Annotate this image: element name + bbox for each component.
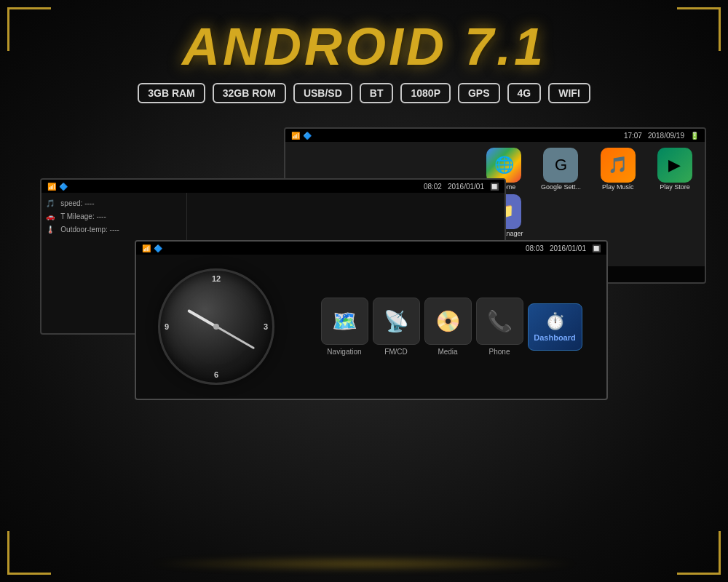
app-google-settings[interactable]: GGoogle Sett...: [534, 148, 587, 191]
navigation-label: Navigation: [327, 348, 361, 356]
clock-12: 12: [212, 274, 221, 283]
wifi-icon-3: 📶: [142, 244, 151, 252]
spec-badge-wifi: WIFI: [548, 83, 590, 103]
spec-badge-3gb-ram: 3GB RAM: [138, 83, 205, 103]
bt-icon-3: 🔷: [154, 244, 162, 252]
wifi-icon-2: 📶: [47, 183, 56, 191]
screen3-time: 08:03: [526, 244, 544, 252]
temp-label: Outdoor-temp:: [60, 226, 107, 234]
screen2-statusbar: 📶 🔷 08:02 2016/01/01 🔲: [41, 180, 505, 193]
fmcd-icon: 📡: [373, 298, 420, 345]
clock-center: [213, 324, 219, 330]
spec-badge-usb-sd: USB/SD: [293, 83, 352, 103]
app-icon-play-store: ▶: [657, 148, 692, 183]
analog-clock: 12 3 6 9: [158, 268, 274, 385]
corner-decoration-tl: [7, 7, 51, 51]
app-play-music[interactable]: 🎵Play Music: [591, 148, 645, 191]
speed-label: speed:: [60, 199, 82, 207]
hour-hand: [187, 309, 217, 328]
clock-3: 3: [264, 322, 268, 331]
wifi-icon: 📶: [291, 132, 300, 140]
glow-decoration: [146, 557, 582, 571]
app-label-play-music: Play Music: [602, 184, 634, 191]
nav-item-media[interactable]: 📀 Media: [424, 298, 472, 356]
screen-3: 📶 🔷 08:03 2016/01/01 🔲 12 3 6 9: [135, 240, 608, 400]
screen2-time: 08:02: [424, 183, 442, 191]
app-icon-google-settings: G: [543, 148, 578, 183]
temp-val: ----: [110, 226, 119, 234]
dashboard-button[interactable]: ⏱️ Dashboard: [528, 303, 582, 351]
clock-6: 6: [214, 370, 218, 379]
screen1-status-icons: 📶 🔷: [291, 132, 312, 140]
screen1-date: 2018/09/19: [648, 132, 684, 140]
bluetooth-icon: 🔷: [303, 132, 312, 140]
media-icon: 📀: [424, 298, 472, 345]
nav-item-navigation[interactable]: 🗺️ Navigation: [321, 298, 368, 356]
corner-decoration-tr: [677, 7, 721, 51]
spec-badge-bt: BT: [360, 83, 394, 103]
media-label: Media: [438, 348, 457, 356]
dashboard-label: Dashboard: [534, 333, 575, 342]
bt-icon-2: 🔷: [59, 183, 68, 191]
nav-item-dashboard[interactable]: ⏱️ Dashboard: [528, 303, 582, 351]
screen3-statusbar: 📶 🔷 08:03 2016/01/01 🔲: [136, 242, 606, 255]
minute-hand: [215, 326, 254, 350]
nav-item-phone[interactable]: 📞 Phone: [476, 298, 523, 356]
navigation-icon: 🗺️: [321, 298, 368, 345]
vehicle-info-block: 🎵 speed: ---- 🚗 T Mileage: ---- 🌡️ Outdo…: [46, 197, 182, 236]
mileage-row: 🚗 T Mileage: ----: [46, 210, 182, 223]
screen2-status-icons: 📶 🔷: [47, 183, 68, 191]
spec-badge-gps: GPS: [458, 83, 500, 103]
clock-9: 9: [165, 322, 169, 331]
spec-badge-32gb-rom: 32GB ROM: [213, 83, 286, 103]
app-icon-chrome: 🌐: [486, 148, 521, 183]
screen3-status-icons: 📶 🔷: [142, 244, 162, 252]
clock-section: 12 3 6 9: [136, 255, 296, 399]
screen3-date: 2016/01/01: [550, 244, 586, 252]
specs-row: 3GB RAM32GB ROMUSB/SDBT1080PGPS4GWIFI: [0, 83, 728, 103]
phone-icon: 📞: [476, 298, 523, 345]
speed-val: ----: [84, 199, 94, 207]
app-play-store[interactable]: ▶Play Store: [648, 148, 702, 191]
screen1-time: 17:07: [624, 132, 642, 140]
dashboard-icon: ⏱️: [545, 312, 565, 331]
temp-row: 🌡️ Outdoor-temp: ----: [46, 223, 182, 236]
app-label-play-store: Play Store: [660, 184, 690, 191]
spec-badge-4g: 4G: [507, 83, 542, 103]
title-section: ANDROID 7.1 3GB RAM32GB ROMUSB/SDBT1080P…: [0, 0, 728, 103]
battery-icon-3: 🔲: [592, 244, 601, 252]
nav-apps: 🗺️ Navigation 📡 FM/CD 📀 Media 📞 Phone: [296, 255, 606, 399]
nav-item-fmcd[interactable]: 📡 FM/CD: [373, 298, 420, 356]
mileage-val: ----: [96, 212, 106, 220]
fmcd-label: FM/CD: [384, 348, 408, 356]
mileage-label: T Mileage:: [60, 212, 95, 220]
battery-icon-2: 🔲: [490, 183, 499, 191]
screens-container: 📶 🔷 17:07 2018/09/19 🔋 🎵 speed: ---- 🌐Ch…: [0, 127, 728, 582]
screen1-statusbar: 📶 🔷 17:07 2018/09/19 🔋: [285, 129, 705, 142]
app-label-google-settings: Google Sett...: [541, 184, 581, 191]
main-title: ANDROID 7.1: [0, 20, 728, 73]
spec-badge-1080p: 1080P: [400, 83, 450, 103]
speed-row: 🎵 speed: ----: [46, 197, 182, 210]
battery-icon: 🔋: [690, 132, 699, 140]
screen2-date: 2016/01/01: [448, 183, 484, 191]
phone-label: Phone: [489, 348, 510, 356]
screen3-content: 12 3 6 9 🗺️ Navigation 📡 FM/CD: [136, 255, 606, 399]
app-icon-play-music: 🎵: [601, 148, 636, 183]
